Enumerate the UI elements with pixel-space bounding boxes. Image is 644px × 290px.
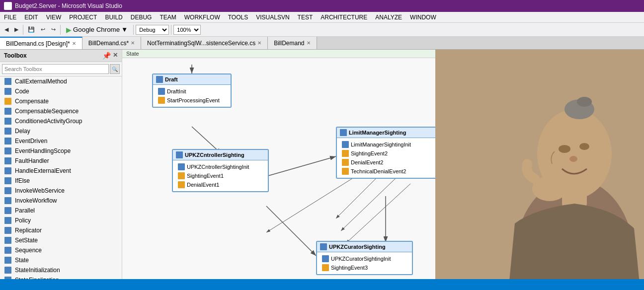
photo-svg: [435, 50, 644, 279]
menu-item-architecture[interactable]: ARCHITECTURE: [317, 13, 371, 22]
tab-close-billdemand2[interactable]: ✕: [307, 40, 311, 46]
toolbox-panel: Toolbox 📌 ✕ 🔍 CallExternalMethod Code Co…: [0, 50, 122, 279]
toolbox-item-replicator[interactable]: Replicator: [0, 225, 122, 235]
toolbox-item-icon-invoke-workflow: [4, 197, 12, 205]
upkz-curator-label: UPKZCuratorSighting: [329, 244, 386, 250]
toolbox-item-conditioned-activity[interactable]: ConditionedActivityGroup: [0, 116, 122, 126]
tab-close-notterminatingsql[interactable]: ✕: [257, 40, 261, 46]
toolbox-header-icons: 📌 ✕: [102, 52, 118, 60]
state-machine-label: State: [122, 50, 435, 58]
toolbox-item-sequence[interactable]: Sequence: [0, 245, 122, 255]
toolbox-item-label-event-handling-scope: EventHandlingScope: [15, 147, 71, 154]
toolbox-item-policy[interactable]: Policy: [0, 216, 122, 225]
toolbox-item-state-initialization[interactable]: StateInitialization: [0, 265, 122, 275]
toolbox-item-ifelse[interactable]: IfElse: [0, 176, 122, 186]
menu-item-edit[interactable]: EDIT: [20, 13, 42, 22]
toolbox-item-icon-compensate: [4, 97, 12, 105]
start-processing-label: StartProcessingEvent: [167, 97, 220, 103]
toolbox-item-handle-external-event[interactable]: HandleExternalEvent: [0, 166, 122, 176]
tab-billdemand-cs[interactable]: BillDemand.cs*✕: [82, 37, 141, 49]
toolbox-item-event-handling-scope[interactable]: EventHandlingScope: [0, 146, 122, 156]
tab-notterminatingsql[interactable]: NotTerminatingSqlW...sistenceService.cs✕: [141, 37, 268, 49]
toolbox-item-setstate[interactable]: SetState: [0, 235, 122, 245]
toolbox-item-compensate[interactable]: Compensate: [0, 96, 122, 106]
tab-close-billdemand-cs[interactable]: ✕: [131, 40, 135, 46]
menu-item-debug[interactable]: DEBUG: [127, 13, 156, 22]
toolbox-item-icon-compensable-sequence: [4, 107, 12, 115]
run-button[interactable]: ▶ Google Chrome ▼: [63, 24, 131, 35]
sighting3-icon: [322, 264, 329, 271]
tab-billdemand2[interactable]: BillDemand✕: [268, 37, 317, 49]
menu-item-file[interactable]: FILE: [0, 13, 20, 22]
limit-manager-node[interactable]: LimitManagerSighting LimitManagerSightin…: [336, 127, 435, 179]
toolbox-item-label-ifelse: IfElse: [15, 177, 30, 184]
zoom-select[interactable]: 100% 75% 125%: [173, 25, 201, 35]
close-icon[interactable]: ✕: [113, 52, 118, 60]
menu-item-analyze[interactable]: ANALYZE: [371, 13, 406, 22]
save-button[interactable]: 💾: [25, 25, 37, 34]
toolbox-item-event-driven[interactable]: EventDriven: [0, 136, 122, 146]
upkz-cntroller-icon: [176, 151, 183, 158]
redo-button[interactable]: ↪: [49, 25, 58, 34]
undo-button[interactable]: ↩: [38, 25, 48, 34]
tab-row: BillDemand.cs [Design]*✕BillDemand.cs*✕N…: [0, 37, 644, 50]
toolbox-search-input[interactable]: [2, 64, 109, 74]
run-dropdown-icon: ▼: [121, 26, 128, 33]
tab-billdemand-design[interactable]: BillDemand.cs [Design]*✕: [0, 37, 82, 49]
toolbox-item-invoke-workflow[interactable]: InvokeWorkflow: [0, 196, 122, 206]
menu-item-team[interactable]: TEAM: [156, 13, 180, 22]
menu-item-test[interactable]: TEST: [294, 13, 317, 22]
toolbox-item-icon-policy: [4, 217, 12, 224]
toolbox-item-fault-handler[interactable]: FaultHandler: [0, 156, 122, 166]
toolbox-item-code[interactable]: Code: [0, 86, 122, 96]
toolbox-item-icon-code: [4, 87, 12, 95]
toolbox-item-parallel[interactable]: Parallel: [0, 206, 122, 216]
toolbox-item-icon-state: [4, 256, 12, 264]
toolbox-item-state[interactable]: State: [0, 255, 122, 265]
status-bar: [0, 279, 644, 290]
toolbox-item-icon-sequence: [4, 246, 12, 254]
toolbox-item-call-external-method[interactable]: CallExternalMethod: [0, 76, 122, 86]
start-processing-activity: StartProcessingEvent: [156, 96, 228, 105]
search-button[interactable]: 🔍: [110, 64, 120, 74]
menu-item-window[interactable]: WINDOW: [406, 13, 440, 22]
toolbox-item-label-conditioned-activity: ConditionedActivityGroup: [15, 118, 82, 125]
upkz-cntroller-node[interactable]: UPKZCntrollerSighting UPKZCntrollerSight…: [172, 149, 269, 192]
upkz-curator-body: UPKZCuratorSightingInit SightingEvent3: [317, 252, 412, 274]
tech-denial2-label: TechnicalDenialEvent2: [351, 168, 406, 174]
draft-init-activity: DraftInit: [156, 87, 228, 96]
denial2-label: DenialEvent2: [351, 159, 383, 165]
toolbox-item-icon-invoke-web-service: [4, 187, 12, 195]
tech-denial2-activity: TechnicalDenialEvent2: [340, 167, 434, 176]
menu-item-view[interactable]: VIEW: [42, 13, 66, 22]
tab-close-billdemand-design[interactable]: ✕: [72, 41, 76, 46]
menu-item-visualsvn[interactable]: VISUALSVN: [252, 13, 293, 22]
toolbox-item-label-delay: Delay: [15, 128, 30, 135]
toolbox-item-label-code: Code: [15, 88, 29, 95]
toolbox-item-invoke-web-service[interactable]: InvokeWebService: [0, 186, 122, 196]
toolbox-item-compensable-sequence[interactable]: CompensableSequence: [0, 106, 122, 116]
toolbox-item-label-replicator: Replicator: [15, 227, 42, 234]
run-icon: ▶: [66, 26, 72, 34]
toolbar-sep-3: [133, 25, 134, 35]
config-select[interactable]: Debug Release: [136, 25, 169, 35]
upkz-cntroller-header: UPKZCntrollerSighting: [173, 150, 268, 160]
pin-icon[interactable]: 📌: [102, 52, 111, 60]
lm-init-label: LimitManagerSightingInit: [351, 142, 411, 147]
toolbox-item-state-finalization[interactable]: StateFinalization: [0, 275, 122, 279]
toolbox-item-delay[interactable]: Delay: [0, 126, 122, 136]
menu-item-tools[interactable]: TOOLS: [224, 13, 252, 22]
menu-item-build[interactable]: BUILD: [101, 13, 126, 22]
forward-button[interactable]: ▶: [12, 25, 21, 34]
menu-item-workflow[interactable]: WORKFLOW: [180, 13, 224, 22]
menu-item-project[interactable]: PROJECT: [65, 13, 101, 22]
toolbar-sep-2: [60, 25, 61, 35]
upkz-curator-node[interactable]: UPKZCuratorSighting UPKZCuratorSightingI…: [316, 241, 413, 275]
toolbar-sep-4: [171, 25, 171, 35]
designer-area[interactable]: State: [122, 50, 435, 279]
main-content: Toolbox 📌 ✕ 🔍 CallExternalMethod Code Co…: [0, 50, 644, 279]
draft-state-header: Draft: [153, 74, 231, 85]
back-button[interactable]: ◀: [2, 25, 11, 34]
draft-state-node[interactable]: Draft DraftInit StartProcessingEvent: [152, 73, 232, 108]
toolbox-item-icon-event-handling-scope: [4, 147, 12, 155]
